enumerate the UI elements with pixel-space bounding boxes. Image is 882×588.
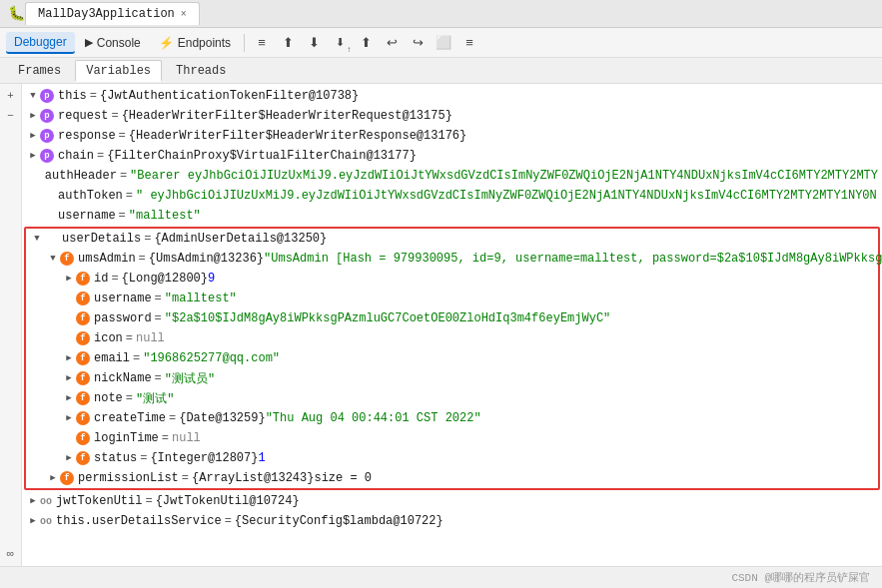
tab-threads[interactable]: Threads bbox=[166, 61, 236, 81]
var-name-this: this bbox=[58, 89, 87, 103]
expand-icon-note: ▶ bbox=[62, 391, 76, 405]
var-name-authHeader: authHeader bbox=[45, 169, 117, 183]
expand-icon-userDetailsService: ▶ bbox=[26, 514, 40, 528]
badge-permissionList: f bbox=[60, 471, 74, 485]
var-value-id-obj: {Long@12800} bbox=[122, 272, 208, 286]
var-name-chain: chain bbox=[58, 149, 94, 163]
var-row-userDetailsService[interactable]: ▶ oo this.userDetailsService = {Security… bbox=[22, 511, 882, 531]
gutter-info-btn[interactable]: ∞ bbox=[2, 544, 20, 562]
var-name-userDetailsService: this.userDetailsService bbox=[56, 514, 222, 528]
app-tab[interactable]: MallDay3Application × bbox=[25, 2, 200, 25]
var-name-userDetails: userDetails bbox=[62, 232, 141, 246]
expand-icon-email: ▶ bbox=[62, 351, 76, 365]
badge-umsAdmin: f bbox=[60, 252, 74, 266]
evaluate-btn[interactable]: ↩ bbox=[380, 31, 404, 55]
var-value-note: "测试" bbox=[136, 390, 174, 407]
var-value-permissionList-size: size = 0 bbox=[314, 471, 372, 485]
close-tab-icon[interactable]: × bbox=[181, 9, 187, 20]
expand-icon-nickName: ▶ bbox=[62, 371, 76, 385]
var-value-status-obj: {Integer@12807} bbox=[150, 451, 258, 465]
badge-nickName: f bbox=[76, 371, 90, 385]
var-row-icon[interactable]: ▶ f icon = null bbox=[26, 328, 878, 348]
var-row-userDetails[interactable]: ▼ userDetails = {AdminUserDetails@13250} bbox=[26, 229, 878, 249]
var-name-response: response bbox=[58, 129, 116, 143]
step-over-btn[interactable]: ⬆ bbox=[276, 31, 300, 55]
expand-icon-status: ▶ bbox=[62, 451, 76, 465]
var-row-password[interactable]: ▶ f password = "$2a$10$IJdM8gAy8iWPkksgP… bbox=[26, 308, 878, 328]
badge-icon: f bbox=[76, 331, 90, 345]
var-name-email: email bbox=[94, 351, 130, 365]
var-row-status[interactable]: ▶ f status = {Integer@12807} 1 bbox=[26, 448, 878, 468]
var-row-loginTime[interactable]: ▶ f loginTime = null bbox=[26, 428, 878, 448]
console-button[interactable]: ▶ Console bbox=[77, 33, 149, 53]
bug-icon: 🐛 bbox=[8, 5, 25, 22]
var-row-request[interactable]: ▶ p request = {HeaderWriterFilter$Header… bbox=[22, 106, 882, 126]
var-row-umsAdmin[interactable]: ▼ f umsAdmin = {UmsAdmin@13236} "UmsAdmi… bbox=[26, 249, 878, 269]
var-name-umsAdmin: umsAdmin bbox=[78, 252, 136, 266]
step-into-btn[interactable]: ⬇ bbox=[302, 31, 326, 55]
var-value-authHeader: "Bearer eyJhbGciOiJIUzUxMiJ9.eyJzdWIiOiJ… bbox=[130, 169, 878, 183]
var-row-nickName[interactable]: ▶ f nickName = "测试员" bbox=[26, 368, 878, 388]
frames-btn[interactable]: ⬜ bbox=[432, 31, 455, 55]
debugger-button[interactable]: Debugger bbox=[6, 32, 75, 54]
var-row-id[interactable]: ▶ f id = {Long@12800} 9 bbox=[26, 269, 878, 289]
var-row-umsAdmin-username[interactable]: ▶ f username = "malltest" bbox=[26, 289, 878, 308]
var-value-createTime-str: "Thu Aug 04 00:44:01 CST 2022" bbox=[266, 411, 481, 425]
expand-icon-id: ▶ bbox=[62, 272, 76, 286]
expand-icon-chain: ▶ bbox=[26, 149, 40, 163]
var-value-umsAdmin-username: "malltest" bbox=[165, 292, 237, 305]
badge-request: p bbox=[40, 109, 54, 123]
watermark-text: CSDN @哪哪的程序员铲屎官 bbox=[731, 570, 870, 585]
expand-icon-permissionList: ▶ bbox=[46, 471, 60, 485]
var-value-email: "1968625277@qq.com" bbox=[143, 351, 280, 365]
var-name-password: password bbox=[94, 311, 152, 325]
var-value-password: "$2a$10$IJdM8gAy8iWPkksgPAzmluGC7CoetOE0… bbox=[165, 311, 610, 325]
var-row-permissionList[interactable]: ▶ f permissionList = {ArrayList@13243} s… bbox=[26, 468, 878, 488]
var-row-username[interactable]: ▶ username = "malltest" bbox=[22, 206, 882, 226]
expand-icon-response: ▶ bbox=[26, 129, 40, 143]
debugger-panel: + − ∞ ▼ p this = {JwtAuthenticationToken… bbox=[0, 84, 882, 566]
run-to-cursor-btn[interactable]: ⬆ bbox=[354, 31, 378, 55]
gutter-minus-btn[interactable]: − bbox=[2, 106, 20, 124]
variables-panel: ▼ p this = {JwtAuthenticationTokenFilter… bbox=[22, 84, 882, 566]
tab-variables[interactable]: Variables bbox=[75, 60, 162, 82]
settings-btn[interactable]: ≡ bbox=[457, 31, 481, 55]
var-name-note: note bbox=[94, 391, 123, 405]
var-row-note[interactable]: ▶ f note = "测试" bbox=[26, 388, 878, 408]
status-bar: CSDN @哪哪的程序员铲屎官 bbox=[0, 566, 882, 588]
var-value-icon: null bbox=[136, 331, 165, 345]
gutter-add-btn[interactable]: + bbox=[2, 86, 20, 104]
menu-icon-btn[interactable]: ≡ bbox=[250, 31, 274, 55]
badge-id: f bbox=[76, 272, 90, 286]
app-name: MallDay3Application bbox=[38, 7, 175, 21]
badge-jwtTokenUtil: oo bbox=[40, 496, 52, 507]
var-value-id-num: 9 bbox=[208, 272, 215, 286]
var-row-jwtTokenUtil[interactable]: ▶ oo jwtTokenUtil = {JwtTokenUtil@10724} bbox=[22, 491, 882, 511]
title-bar: 🐛 MallDay3Application × bbox=[0, 0, 882, 28]
step-out-btn[interactable]: ⬇ ↑ bbox=[328, 31, 352, 55]
var-name-permissionList: permissionList bbox=[78, 471, 179, 485]
var-name-loginTime: loginTime bbox=[94, 431, 159, 445]
var-row-authHeader[interactable]: ▶ authHeader = "Bearer eyJhbGciOiJIUzUxM… bbox=[22, 166, 882, 186]
var-row-this[interactable]: ▼ p this = {JwtAuthenticationTokenFilter… bbox=[22, 86, 882, 106]
var-value-umsAdmin: {UmsAdmin@13236} bbox=[149, 252, 264, 266]
var-value-this: {JwtAuthenticationTokenFilter@10738} bbox=[100, 89, 359, 103]
var-name-createTime: createTime bbox=[94, 411, 166, 425]
var-value-username: "malltest" bbox=[129, 209, 201, 223]
resume-btn[interactable]: ↪ bbox=[406, 31, 430, 55]
endpoints-label: Endpoints bbox=[178, 36, 231, 50]
var-row-chain[interactable]: ▶ p chain = {FilterChainProxy$VirtualFil… bbox=[22, 146, 882, 166]
badge-chain: p bbox=[40, 149, 54, 163]
var-value-jwtTokenUtil: {JwtTokenUtil@10724} bbox=[156, 494, 300, 508]
endpoints-button[interactable]: ⚡ Endpoints bbox=[151, 33, 239, 53]
var-row-createTime[interactable]: ▶ f createTime = {Date@13259} "Thu Aug 0… bbox=[26, 408, 878, 428]
var-extra-umsAdmin: "UmsAdmin [Hash = 979930095, id=9, usern… bbox=[264, 252, 882, 266]
var-value-nickName: "测试员" bbox=[165, 370, 215, 387]
left-gutter: + − ∞ bbox=[0, 84, 22, 566]
var-row-email[interactable]: ▶ f email = "1968625277@qq.com" bbox=[26, 348, 878, 368]
var-value-loginTime: null bbox=[172, 431, 201, 445]
var-row-authToken[interactable]: ▶ authToken = " eyJhbGciOiJIUzUxMiJ9.eyJ… bbox=[22, 186, 882, 206]
tab-frames[interactable]: Frames bbox=[8, 61, 71, 81]
var-name-username: username bbox=[58, 209, 116, 223]
var-row-response[interactable]: ▶ p response = {HeaderWriterFilter$Heade… bbox=[22, 126, 882, 146]
